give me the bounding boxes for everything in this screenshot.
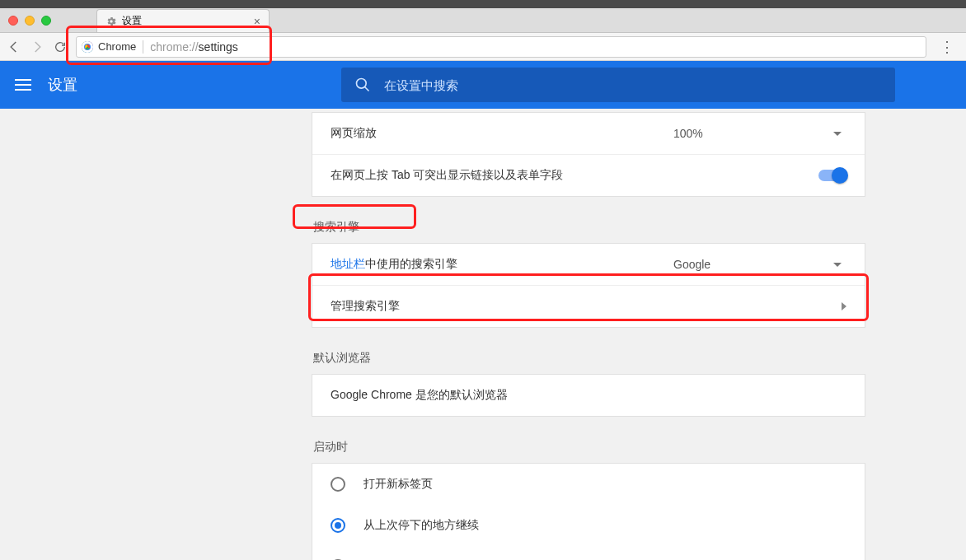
forward-button[interactable] <box>30 40 45 54</box>
startup-option-continue[interactable]: 从上次停下的地方继续 <box>312 505 865 546</box>
browser-menu-button[interactable]: ⋮ <box>935 38 959 56</box>
chevron-down-icon <box>833 132 842 136</box>
tab-highlight-label: 在网页上按 Tab 可突出显示链接以及表单字段 <box>331 168 563 183</box>
url-separator <box>143 40 143 54</box>
maximize-window-button[interactable] <box>41 16 51 26</box>
address-bar-engine-row: 地址栏中使用的搜索引擎 Google <box>312 244 865 285</box>
tab-title: 设置 <box>122 14 142 28</box>
tab-highlight-row: 在网页上按 Tab 可突出显示链接以及表单字段 <box>312 154 865 196</box>
address-bar-engine-label: 地址栏中使用的搜索引擎 <box>331 257 457 272</box>
radio-icon <box>331 477 345 492</box>
gear-icon <box>106 16 117 27</box>
url-path: chrome://settings <box>150 40 238 54</box>
manage-search-engines-label: 管理搜索引擎 <box>331 299 400 314</box>
startup-option-label: 从上次停下的地方继续 <box>363 518 479 533</box>
page-zoom-label: 网页缩放 <box>331 126 377 141</box>
manage-search-engines-row[interactable]: 管理搜索引擎 <box>312 285 865 327</box>
search-engine-dropdown[interactable]: Google <box>673 258 846 271</box>
default-browser-status: Google Chrome 是您的默认浏览器 <box>331 388 508 403</box>
search-engine-value: Google <box>673 258 710 271</box>
default-browser-card: Google Chrome 是您的默认浏览器 <box>312 374 865 417</box>
page-zoom-value: 100% <box>673 127 703 140</box>
startup-option-label: 打开新标签页 <box>363 477 433 492</box>
url-origin-label: Chrome <box>98 40 136 53</box>
chevron-down-icon <box>833 263 842 267</box>
search-input[interactable] <box>384 78 882 92</box>
section-default-browser: 默认浏览器 <box>312 344 865 374</box>
svg-point-0 <box>357 79 367 89</box>
startup-option-specific[interactable]: 打开特定网页或一组网页 <box>312 546 865 560</box>
window-controls <box>8 16 51 26</box>
search-engine-card: 地址栏中使用的搜索引擎 Google 管理搜索引擎 <box>312 243 865 328</box>
back-button[interactable] <box>7 40 21 54</box>
browser-tab-strip: 设置 × <box>0 8 966 33</box>
page-zoom-dropdown[interactable]: 100% <box>673 127 846 140</box>
startup-option-new-tab[interactable]: 打开新标签页 <box>312 464 865 505</box>
chevron-right-icon <box>842 302 846 310</box>
page-title: 设置 <box>48 75 77 95</box>
chrome-icon <box>82 41 93 53</box>
close-tab-icon[interactable]: × <box>254 15 260 28</box>
settings-content: 网页缩放 100% 在网页上按 Tab 可突出显示链接以及表单字段 搜索引擎 地… <box>0 109 966 560</box>
radio-icon <box>331 518 345 533</box>
reload-button[interactable] <box>53 40 68 54</box>
address-bar-link[interactable]: 地址栏 <box>331 257 365 270</box>
section-search-engine: 搜索引擎 <box>312 213 865 243</box>
page-zoom-row: 网页缩放 100% <box>312 113 865 154</box>
browser-nav-bar: Chrome chrome://settings ⋮ <box>0 33 966 61</box>
section-startup: 启动时 <box>312 433 865 463</box>
tab-highlight-toggle[interactable] <box>818 170 846 181</box>
menu-icon[interactable] <box>15 79 31 91</box>
settings-header: 设置 <box>0 61 966 109</box>
minimize-window-button[interactable] <box>25 16 35 26</box>
url-security-chip: Chrome <box>82 40 136 53</box>
browser-tab[interactable]: 设置 × <box>96 9 270 32</box>
address-bar[interactable]: Chrome chrome://settings <box>76 36 926 58</box>
svg-line-1 <box>365 87 369 91</box>
appearance-card: 网页缩放 100% 在网页上按 Tab 可突出显示链接以及表单字段 <box>312 112 865 197</box>
settings-search[interactable] <box>341 68 895 102</box>
startup-options: 打开新标签页 从上次停下的地方继续 打开特定网页或一组网页 <box>312 463 865 560</box>
close-window-button[interactable] <box>8 16 18 26</box>
default-browser-status-row: Google Chrome 是您的默认浏览器 <box>312 375 865 416</box>
search-icon <box>354 77 371 93</box>
